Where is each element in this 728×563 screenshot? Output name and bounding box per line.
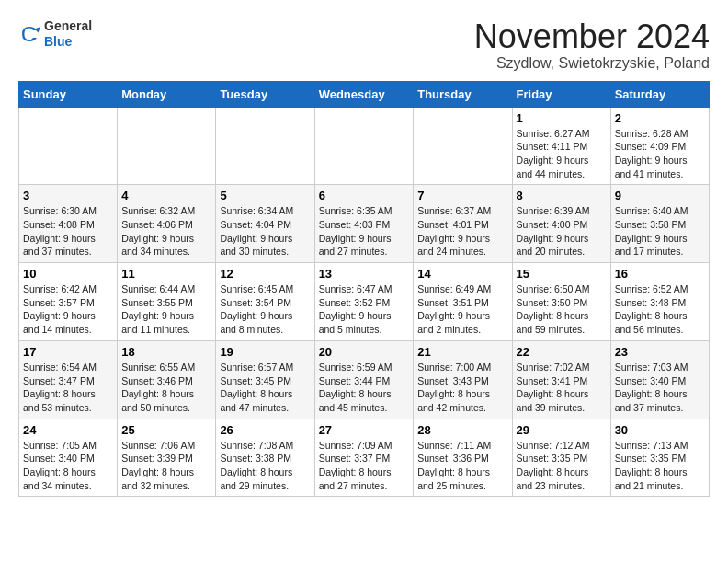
day-info: Sunrise: 6:39 AM Sunset: 4:00 PM Dayligh… xyxy=(517,204,607,259)
day-info: Sunrise: 7:03 AM Sunset: 3:40 PM Dayligh… xyxy=(615,361,705,415)
table-row: 15Sunrise: 6:50 AM Sunset: 3:50 PM Dayli… xyxy=(512,263,610,341)
calendar-table: Sunday Monday Tuesday Wednesday Thursday… xyxy=(18,81,710,498)
day-info: Sunrise: 6:49 AM Sunset: 3:51 PM Dayligh… xyxy=(417,282,507,337)
day-info: Sunrise: 6:52 AM Sunset: 3:48 PM Dayligh… xyxy=(615,282,705,337)
day-number: 10 xyxy=(23,267,113,281)
table-row: 13Sunrise: 6:47 AM Sunset: 3:52 PM Dayli… xyxy=(314,263,414,341)
day-number: 2 xyxy=(615,111,705,125)
col-thursday: Thursday xyxy=(414,81,512,107)
day-number: 9 xyxy=(615,189,705,202)
day-number: 23 xyxy=(615,345,705,359)
day-number: 8 xyxy=(517,189,607,202)
col-friday: Friday xyxy=(512,81,610,107)
col-wednesday: Wednesday xyxy=(314,81,414,107)
col-tuesday: Tuesday xyxy=(216,81,314,107)
page-header: General Blue November 2024 Szydlow, Swie… xyxy=(18,18,710,72)
day-info: Sunrise: 6:44 AM Sunset: 3:55 PM Dayligh… xyxy=(121,282,211,337)
day-info: Sunrise: 7:11 AM Sunset: 3:36 PM Dayligh… xyxy=(417,439,507,493)
table-row: 9Sunrise: 6:40 AM Sunset: 3:58 PM Daylig… xyxy=(610,185,709,263)
day-number: 29 xyxy=(517,423,607,437)
table-row: 25Sunrise: 7:06 AM Sunset: 3:39 PM Dayli… xyxy=(118,419,216,497)
day-info: Sunrise: 6:30 AM Sunset: 4:08 PM Dayligh… xyxy=(23,204,113,259)
table-row: 14Sunrise: 6:49 AM Sunset: 3:51 PM Dayli… xyxy=(414,263,512,341)
table-row: 26Sunrise: 7:08 AM Sunset: 3:38 PM Dayli… xyxy=(216,419,314,497)
day-number: 18 xyxy=(121,345,211,359)
col-sunday: Sunday xyxy=(19,81,118,107)
table-row: 10Sunrise: 6:42 AM Sunset: 3:57 PM Dayli… xyxy=(19,263,118,341)
table-row: 4Sunrise: 6:32 AM Sunset: 4:06 PM Daylig… xyxy=(118,185,216,263)
calendar-week-row: 10Sunrise: 6:42 AM Sunset: 3:57 PM Dayli… xyxy=(19,263,710,341)
table-row: 21Sunrise: 7:00 AM Sunset: 3:43 PM Dayli… xyxy=(414,340,512,419)
table-row xyxy=(216,107,314,185)
table-row: 20Sunrise: 6:59 AM Sunset: 3:44 PM Dayli… xyxy=(314,340,414,419)
logo-general: General xyxy=(44,18,92,33)
logo-text: General Blue xyxy=(44,18,92,50)
logo: General Blue xyxy=(18,18,92,50)
table-row: 5Sunrise: 6:34 AM Sunset: 4:04 PM Daylig… xyxy=(216,185,314,263)
calendar-week-row: 3Sunrise: 6:30 AM Sunset: 4:08 PM Daylig… xyxy=(19,185,710,263)
table-row xyxy=(19,107,118,185)
day-number: 16 xyxy=(615,267,705,281)
table-row: 23Sunrise: 7:03 AM Sunset: 3:40 PM Dayli… xyxy=(610,340,709,419)
table-row: 8Sunrise: 6:39 AM Sunset: 4:00 PM Daylig… xyxy=(512,185,610,263)
day-number: 1 xyxy=(517,111,607,125)
table-row: 22Sunrise: 7:02 AM Sunset: 3:41 PM Dayli… xyxy=(512,340,610,419)
day-number: 14 xyxy=(417,267,507,281)
table-row: 1Sunrise: 6:27 AM Sunset: 4:11 PM Daylig… xyxy=(512,107,610,185)
day-info: Sunrise: 6:54 AM Sunset: 3:47 PM Dayligh… xyxy=(23,361,113,415)
day-number: 25 xyxy=(121,423,211,437)
table-row xyxy=(414,107,512,185)
logo-blue: Blue xyxy=(44,34,72,49)
location-title: Szydlow, Swietokrzyskie, Poland xyxy=(474,55,710,72)
day-info: Sunrise: 6:27 AM Sunset: 4:11 PM Dayligh… xyxy=(517,127,607,181)
day-number: 5 xyxy=(220,189,310,202)
day-info: Sunrise: 6:34 AM Sunset: 4:04 PM Dayligh… xyxy=(220,204,310,259)
table-row: 18Sunrise: 6:55 AM Sunset: 3:46 PM Dayli… xyxy=(118,340,216,419)
day-info: Sunrise: 6:57 AM Sunset: 3:45 PM Dayligh… xyxy=(220,361,310,415)
day-number: 3 xyxy=(23,189,113,202)
table-row: 27Sunrise: 7:09 AM Sunset: 3:37 PM Dayli… xyxy=(314,419,414,497)
day-number: 24 xyxy=(23,423,113,437)
title-section: November 2024 Szydlow, Swietokrzyskie, P… xyxy=(474,18,710,72)
month-title: November 2024 xyxy=(474,18,710,55)
day-number: 19 xyxy=(220,345,310,359)
col-monday: Monday xyxy=(118,81,216,107)
col-saturday: Saturday xyxy=(610,81,709,107)
day-info: Sunrise: 6:59 AM Sunset: 3:44 PM Dayligh… xyxy=(319,361,410,415)
day-info: Sunrise: 7:00 AM Sunset: 3:43 PM Dayligh… xyxy=(417,361,507,415)
day-info: Sunrise: 6:47 AM Sunset: 3:52 PM Dayligh… xyxy=(319,282,410,337)
day-number: 6 xyxy=(319,189,410,202)
table-row: 30Sunrise: 7:13 AM Sunset: 3:35 PM Dayli… xyxy=(610,419,709,497)
day-number: 30 xyxy=(615,423,705,437)
day-number: 12 xyxy=(220,267,310,281)
day-info: Sunrise: 7:05 AM Sunset: 3:40 PM Dayligh… xyxy=(23,439,113,493)
day-info: Sunrise: 6:50 AM Sunset: 3:50 PM Dayligh… xyxy=(517,282,607,337)
table-row: 16Sunrise: 6:52 AM Sunset: 3:48 PM Dayli… xyxy=(610,263,709,341)
table-row: 2Sunrise: 6:28 AM Sunset: 4:09 PM Daylig… xyxy=(610,107,709,185)
day-number: 20 xyxy=(319,345,410,359)
table-row xyxy=(314,107,414,185)
day-info: Sunrise: 7:13 AM Sunset: 3:35 PM Dayligh… xyxy=(615,439,705,493)
table-row: 29Sunrise: 7:12 AM Sunset: 3:35 PM Dayli… xyxy=(512,419,610,497)
day-info: Sunrise: 7:09 AM Sunset: 3:37 PM Dayligh… xyxy=(319,439,410,493)
day-number: 21 xyxy=(417,345,507,359)
table-row: 12Sunrise: 6:45 AM Sunset: 3:54 PM Dayli… xyxy=(216,263,314,341)
table-row: 17Sunrise: 6:54 AM Sunset: 3:47 PM Dayli… xyxy=(19,340,118,419)
day-info: Sunrise: 7:02 AM Sunset: 3:41 PM Dayligh… xyxy=(517,361,607,415)
table-row: 19Sunrise: 6:57 AM Sunset: 3:45 PM Dayli… xyxy=(216,340,314,419)
day-info: Sunrise: 6:35 AM Sunset: 4:03 PM Dayligh… xyxy=(319,204,410,259)
day-info: Sunrise: 7:12 AM Sunset: 3:35 PM Dayligh… xyxy=(517,439,607,493)
day-number: 28 xyxy=(417,423,507,437)
day-info: Sunrise: 7:06 AM Sunset: 3:39 PM Dayligh… xyxy=(121,439,211,493)
table-row: 11Sunrise: 6:44 AM Sunset: 3:55 PM Dayli… xyxy=(118,263,216,341)
table-row: 7Sunrise: 6:37 AM Sunset: 4:01 PM Daylig… xyxy=(414,185,512,263)
logo-icon xyxy=(18,23,40,45)
day-number: 4 xyxy=(121,189,211,202)
day-info: Sunrise: 6:42 AM Sunset: 3:57 PM Dayligh… xyxy=(23,282,113,337)
table-row: 6Sunrise: 6:35 AM Sunset: 4:03 PM Daylig… xyxy=(314,185,414,263)
day-number: 15 xyxy=(517,267,607,281)
day-number: 13 xyxy=(319,267,410,281)
day-info: Sunrise: 6:28 AM Sunset: 4:09 PM Dayligh… xyxy=(615,127,705,181)
day-number: 7 xyxy=(417,189,507,202)
day-number: 27 xyxy=(319,423,410,437)
